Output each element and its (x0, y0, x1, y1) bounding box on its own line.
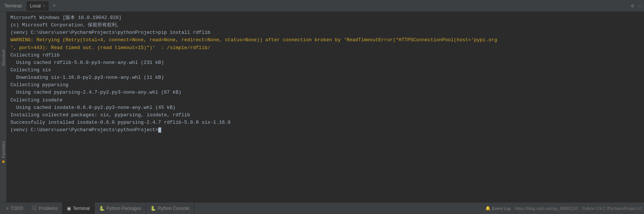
bottom-bar: ≡TODOⓘProblems▣Terminal🐍Python Packages🐍… (0, 202, 644, 214)
terminal-line: Successfully installed isodate-0.6.0 pyp… (10, 119, 640, 126)
tab-label: Problems (39, 206, 58, 211)
bottom-tab-python-console[interactable]: 🐍Python Console (146, 202, 194, 214)
bottom-tabs: ≡TODOⓘProblems▣Terminal🐍Python Packages🐍… (1, 202, 194, 214)
tab-label: Python Console (158, 206, 189, 211)
terminal-cursor (158, 127, 161, 133)
terminal-line: Using cached isodate-0.6.0-py2.py3-none-… (10, 104, 640, 111)
tab-icon: 🐍 (99, 206, 105, 211)
terminal-line: Microsoft Windows [版本 10.0.19042.928] (10, 14, 640, 22)
tab-icon: ▣ (67, 206, 71, 211)
tab-local[interactable]: Local × (26, 1, 49, 11)
tab-close-button[interactable]: × (43, 4, 45, 8)
terminal-line: Collecting rdflib (10, 52, 640, 59)
terminal-label: Terminal: (3, 3, 24, 9)
minimize-icon[interactable]: — (638, 3, 641, 9)
terminal-line: Collecting isodate (10, 97, 640, 104)
bottom-tab-python-packages[interactable]: 🐍Python Packages (95, 202, 146, 214)
tab-icon: ⓘ (32, 205, 37, 211)
tab-label: TODO (10, 206, 23, 211)
bottom-tab-terminal[interactable]: ▣Terminal (62, 202, 94, 214)
tab-local-label: Local (30, 3, 41, 9)
tab-bar-right: ⚙ — (631, 3, 641, 9)
event-log-label: Event Log (492, 206, 511, 211)
terminal-line: (venv) C:\Users\user\PycharmProjects\pyt… (10, 29, 640, 36)
terminal-line: (c) Microsoft Corporation。保留所有权利。 (10, 22, 640, 29)
main-content: Structure ★ Favorites Microsoft Windows … (0, 12, 644, 202)
bottom-right-status: 🔔 Event Log https://blog.csdn.net/qq_489… (485, 206, 643, 211)
terminal-line: Using cached pyparsing-2.4.7-py2.py3-non… (10, 89, 640, 96)
terminal-line: Installing collected packages: six, pypa… (10, 111, 640, 119)
tab-add-button[interactable]: + (51, 3, 58, 9)
bottom-tab-problems[interactable]: ⓘProblems (28, 202, 62, 214)
settings-icon[interactable]: ⚙ (631, 3, 634, 9)
structure-panel-button[interactable]: Structure (0, 48, 6, 68)
event-log-button[interactable]: 🔔 Event Log (485, 206, 511, 211)
terminal-line: Collecting six (10, 67, 640, 74)
python-version-status: Python 3.9 C:/PycharmProject n1 (582, 206, 643, 211)
terminal-line: ', port=443): Read timed out. (read time… (10, 44, 640, 52)
terminal-line: Using cached rdflib-5.0.0-py3-none-any.w… (10, 59, 640, 67)
tab-icon: ≡ (6, 206, 9, 211)
tab-label: Python Packages (107, 206, 141, 211)
tab-icon: 🐍 (150, 206, 156, 211)
favorites-panel-button[interactable]: ★ Favorites (0, 140, 7, 166)
terminal-area[interactable]: Microsoft Windows [版本 10.0.19042.928](c)… (7, 12, 644, 202)
csdn-link: https://blog.csdn.net/qq_48905110 (515, 206, 578, 211)
terminal-line: Downloading six-1.16.0-py2.py3-none-any.… (10, 74, 640, 81)
terminal-line: WARNING: Retrying (Retry(total=4, connec… (10, 36, 640, 44)
terminal-line: (venv) C:\Users\user\PycharmProjects\pyt… (10, 126, 640, 134)
tab-label: Terminal (73, 206, 90, 211)
tab-bar: Terminal: Local × + ⚙ — (0, 0, 644, 12)
event-log-icon: 🔔 (485, 206, 491, 211)
star-icon: ★ (0, 159, 6, 165)
left-panel: Structure ★ Favorites (0, 12, 7, 202)
terminal-line: Collecting pyparsing (10, 81, 640, 89)
tab-bar-left: Terminal: Local × + (3, 1, 58, 11)
bottom-tab-todo[interactable]: ≡TODO (1, 202, 28, 214)
